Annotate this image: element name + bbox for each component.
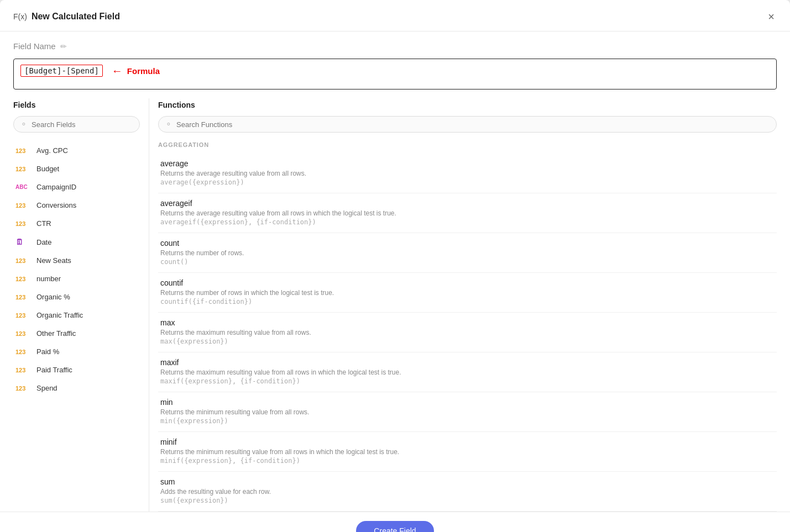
field-name-text: Spend <box>36 384 57 392</box>
function-name: average <box>160 159 775 168</box>
function-item[interactable]: maxifReturns the maximum resulting value… <box>158 352 777 392</box>
calculated-field-modal: F(x) New Calculated Field × Field Name ✏… <box>0 0 790 532</box>
field-type-badge: 123 <box>15 276 31 282</box>
function-description: Returns the average resulting value from… <box>160 170 775 177</box>
field-name-text: Paid Traffic <box>36 366 72 374</box>
function-syntax: sum({expression}) <box>160 497 775 504</box>
field-item[interactable]: 123Other Traffic <box>13 324 140 343</box>
field-name-text: Avg. CPC <box>36 146 68 155</box>
field-item[interactable]: 123New Seats <box>13 251 140 270</box>
field-name-text: Other Traffic <box>36 329 76 338</box>
function-description: Returns the minimum resulting value from… <box>160 448 775 456</box>
formula-annotation: ← Formula <box>112 65 160 77</box>
functions-search-input[interactable] <box>176 120 770 129</box>
aggregation-label: AGGREGATION <box>158 141 777 148</box>
function-name: maxif <box>160 358 775 367</box>
function-item[interactable]: averageReturns the average resulting val… <box>158 154 777 193</box>
field-type-badge: 123 <box>15 385 31 392</box>
function-syntax: averageif({expression}, {if-condition}) <box>160 218 775 226</box>
function-syntax: max({expression}) <box>160 338 775 345</box>
function-item[interactable]: countReturns the number of rows.count() <box>158 233 777 273</box>
function-name: countif <box>160 278 775 287</box>
function-name: count <box>160 239 775 247</box>
field-name-text: Date <box>36 238 51 246</box>
fx-icon: F(x) <box>13 12 27 21</box>
function-description: Adds the resulting value for each row. <box>160 488 775 496</box>
function-syntax: count() <box>160 258 775 266</box>
formula-expression: [Budget]-[Spend] <box>20 65 103 77</box>
field-item[interactable]: 123Paid % <box>13 343 140 361</box>
field-type-badge: 123 <box>15 349 31 355</box>
function-syntax: minif({expression}, {if-condition}) <box>160 457 775 465</box>
function-description: Returns the number of rows. <box>160 249 775 257</box>
fields-search-input[interactable] <box>32 120 133 129</box>
field-type-badge: 🗓 <box>15 238 31 246</box>
field-type-badge: 123 <box>15 166 31 172</box>
function-item[interactable]: sumAdds the resulting value for each row… <box>158 472 777 512</box>
function-name: averageif <box>160 199 775 208</box>
function-description: Returns the maximum resulting value from… <box>160 368 775 376</box>
function-syntax: maxif({expression}, {if-condition}) <box>160 377 775 385</box>
field-item[interactable]: ABCCampaignID <box>13 178 140 196</box>
fields-search-icon: ⚬ <box>20 120 27 129</box>
fields-list: 123Avg. CPC123BudgetABCCampaignID123Conv… <box>13 141 140 397</box>
field-name-text: CTR <box>36 219 51 228</box>
edit-field-name-icon[interactable]: ✏ <box>60 42 67 51</box>
field-item[interactable]: 123Organic % <box>13 288 140 306</box>
function-item[interactable]: minifReturns the minimum resulting value… <box>158 432 777 472</box>
function-syntax: average({expression}) <box>160 178 775 186</box>
fields-search-box[interactable]: ⚬ <box>13 116 140 133</box>
formula-box[interactable]: [Budget]-[Spend] ← Formula <box>13 59 777 89</box>
formula-label: Formula <box>127 66 160 76</box>
formula-arrow-icon: ← <box>112 65 123 77</box>
field-type-badge: 123 <box>15 312 31 319</box>
field-item[interactable]: 123number <box>13 270 140 288</box>
field-type-badge: 123 <box>15 202 31 209</box>
functions-search-icon: ⚬ <box>165 120 172 129</box>
field-name-text: Budget <box>36 165 59 173</box>
field-item[interactable]: 123Conversions <box>13 196 140 214</box>
function-syntax: countif({if-condition}) <box>160 298 775 305</box>
create-field-button[interactable]: Create Field <box>356 521 433 532</box>
field-item[interactable]: 123Avg. CPC <box>13 141 140 160</box>
functions-panel-title: Functions <box>158 101 777 109</box>
function-item[interactable]: countifReturns the number of rows in whi… <box>158 273 777 313</box>
function-name: min <box>160 398 775 407</box>
field-item[interactable]: 123CTR <box>13 214 140 233</box>
field-type-badge: 123 <box>15 367 31 373</box>
field-type-badge: ABC <box>15 184 31 190</box>
function-item[interactable]: averageifReturns the average resulting v… <box>158 193 777 233</box>
field-type-badge: 123 <box>15 330 31 337</box>
field-item[interactable]: 123Paid Traffic <box>13 361 140 379</box>
modal-header: F(x) New Calculated Field × <box>0 0 790 31</box>
modal-title: F(x) New Calculated Field <box>13 12 120 22</box>
modal-title-text: New Calculated Field <box>32 12 120 22</box>
field-name-text: Organic % <box>36 293 70 301</box>
field-type-badge: 123 <box>15 148 31 154</box>
function-name: max <box>160 318 775 327</box>
field-type-badge: 123 <box>15 257 31 264</box>
field-name-section: Field Name ✏ <box>0 31 790 55</box>
field-item[interactable]: 123Spend <box>13 379 140 397</box>
close-button[interactable]: × <box>766 9 777 24</box>
field-item[interactable]: 123Budget <box>13 160 140 178</box>
function-item[interactable]: minReturns the minimum resulting value f… <box>158 392 777 432</box>
field-name-text: number <box>36 275 61 283</box>
field-type-badge: 123 <box>15 294 31 301</box>
function-name: sum <box>160 477 775 486</box>
field-item[interactable]: 🗓Date <box>13 233 140 251</box>
functions-list: averageReturns the average resulting val… <box>158 154 777 512</box>
fields-panel-title: Fields <box>13 101 140 109</box>
function-description: Returns the minimum resulting value from… <box>160 408 775 416</box>
modal-footer: Create Field <box>0 512 790 532</box>
function-item[interactable]: maxReturns the maximum resulting value f… <box>158 313 777 352</box>
function-description: Returns the number of rows in which the … <box>160 289 775 297</box>
functions-search-box[interactable]: ⚬ <box>158 116 777 133</box>
field-name-text: Organic Traffic <box>36 311 83 319</box>
field-name-text: Paid % <box>36 347 59 356</box>
functions-panel: Functions ⚬ AGGREGATION averageReturns t… <box>149 98 777 512</box>
function-syntax: min({expression}) <box>160 417 775 425</box>
fields-panel: Fields ⚬ 123Avg. CPC123BudgetABCCampaign… <box>13 98 149 512</box>
field-type-badge: 123 <box>15 220 31 227</box>
field-item[interactable]: 123Organic Traffic <box>13 306 140 324</box>
